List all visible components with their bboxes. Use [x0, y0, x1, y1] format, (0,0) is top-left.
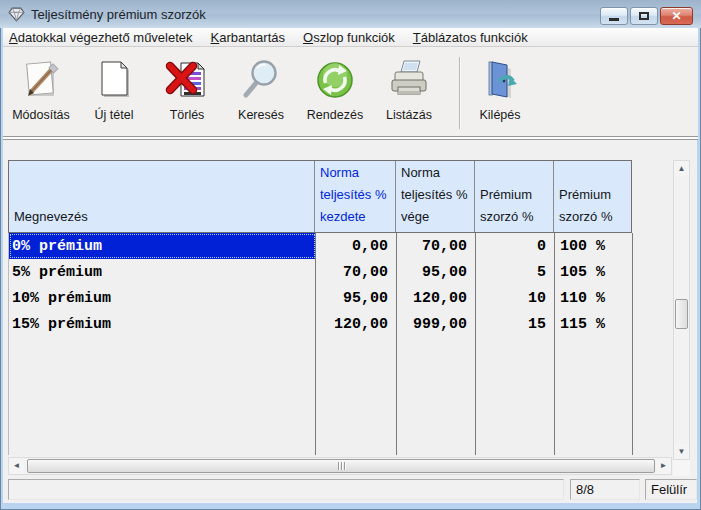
column-header-norma-kezdete[interactable]: Norma teljesítés % kezdete — [315, 161, 396, 232]
exit-button-label: Kilépés — [480, 108, 521, 122]
menubar: Adatokkal végezhető műveletek Karbantart… — [3, 28, 698, 47]
toolbar-separator — [459, 57, 461, 129]
vertical-scrollbar[interactable]: ▲ ▼ — [673, 160, 690, 460]
cell-multiplier-pct[interactable]: 10 — [476, 285, 555, 311]
vertical-scroll-thumb[interactable] — [675, 299, 688, 329]
minimize-button[interactable] — [600, 7, 628, 25]
app-window: Teljesítmény prémium szorzók ✕ Adatokkal… — [0, 0, 701, 510]
table-row[interactable]: 10% prémium 95,00 120,00 10 110 % — [9, 285, 633, 311]
menu-item-tablazatos-funkciok[interactable]: Táblázatos funkciók — [404, 28, 537, 47]
cell-name[interactable]: 15% prémium — [9, 311, 316, 337]
modify-button[interactable]: Módosítás — [8, 55, 74, 131]
cell-end[interactable]: 95,00 — [397, 259, 476, 285]
printer-icon — [386, 57, 432, 103]
delete-button-label: Törlés — [170, 108, 205, 122]
close-icon: ✕ — [671, 10, 681, 22]
close-button[interactable]: ✕ — [660, 7, 693, 25]
search-button[interactable]: Keresés — [228, 55, 294, 131]
menu-item-karbantartas[interactable]: Karbantartás — [202, 28, 294, 47]
sort-refresh-icon — [312, 57, 358, 103]
delete-icon — [164, 57, 210, 103]
window-controls: ✕ — [600, 7, 693, 25]
new-item-icon — [91, 57, 137, 103]
maximize-button[interactable] — [630, 7, 658, 25]
cell-start[interactable]: 0,00 — [316, 233, 397, 259]
scroll-left-icon[interactable]: ◄ — [9, 458, 24, 474]
titlebar: Teljesítmény prémium szorzók ✕ — [0, 0, 701, 28]
table-row[interactable]: 5% prémium 70,00 95,00 5 105 % — [9, 259, 633, 285]
cell-end[interactable]: 999,00 — [397, 311, 476, 337]
menu-item-adatokkal[interactable]: Adatokkal végezhető műveletek — [3, 28, 202, 47]
status-message-panel — [8, 479, 564, 500]
cell-multiplier-pct[interactable]: 0 — [476, 233, 555, 259]
cell-start[interactable]: 120,00 — [316, 311, 397, 337]
cell-end[interactable]: 70,00 — [397, 233, 476, 259]
edit-icon — [18, 57, 64, 103]
column-header-premium-szorzo[interactable]: Prémium szorzó % — [554, 161, 631, 232]
minimize-icon — [609, 18, 619, 21]
menu-item-oszlop-funkciok[interactable]: Oszlop funkciók — [294, 28, 404, 47]
exit-button[interactable]: Kilépés — [467, 55, 533, 131]
sort-button-label: Rendezés — [307, 108, 363, 122]
sort-button[interactable]: Rendezés — [302, 55, 368, 131]
cell-end[interactable]: 120,00 — [397, 285, 476, 311]
window-title: Teljesítmény prémium szorzók — [31, 7, 206, 22]
new-item-button[interactable]: Új tétel — [81, 55, 147, 131]
input-mode-panel: Felülír — [645, 479, 697, 500]
table-row[interactable]: 15% prémium 120,00 999,00 15 115 % — [9, 311, 633, 337]
search-icon — [238, 57, 284, 103]
print-button-label: Listázás — [386, 108, 432, 122]
new-item-button-label: Új tétel — [95, 108, 134, 122]
cell-multiplier[interactable]: 105 % — [555, 259, 633, 285]
app-gem-icon — [8, 6, 25, 23]
exit-door-icon — [477, 57, 523, 103]
cell-name[interactable]: 10% prémium — [9, 285, 316, 311]
cell-multiplier-pct[interactable]: 15 — [476, 311, 555, 337]
cell-multiplier[interactable]: 100 % — [555, 233, 633, 259]
horizontal-scrollbar[interactable]: ◄ ► — [8, 457, 672, 475]
statusbar: 8/8 Felülír — [0, 479, 701, 500]
cell-name[interactable]: 5% prémium — [9, 259, 316, 285]
column-header-premium-szorzo-pct[interactable]: Prémium szorzó % — [475, 161, 554, 232]
column-header-megnevezes[interactable]: Megnevezés — [9, 161, 315, 232]
table-header: Megnevezés Norma teljesítés % kezdete No… — [8, 160, 632, 233]
delete-button[interactable]: Törlés — [154, 55, 220, 131]
column-header-norma-vege[interactable]: Norma teljesítés % vége — [396, 161, 475, 232]
table-empty-grid — [8, 337, 633, 455]
scroll-right-icon[interactable]: ► — [656, 458, 671, 474]
print-button[interactable]: Listázás — [376, 55, 442, 131]
cell-start[interactable]: 70,00 — [316, 259, 397, 285]
cell-multiplier[interactable]: 115 % — [555, 311, 633, 337]
search-button-label: Keresés — [238, 108, 284, 122]
horizontal-scroll-thumb[interactable] — [27, 459, 655, 473]
cell-start[interactable]: 95,00 — [316, 285, 397, 311]
cell-multiplier[interactable]: 110 % — [555, 285, 633, 311]
scroll-down-icon[interactable]: ▼ — [674, 444, 689, 459]
cell-multiplier-pct[interactable]: 5 — [476, 259, 555, 285]
table-body: 0% prémium 0,00 70,00 0 100 % 5% prémium… — [8, 233, 633, 337]
modify-button-label: Módosítás — [12, 108, 70, 122]
scroll-up-icon[interactable]: ▲ — [674, 161, 689, 176]
cell-name-selected[interactable]: 0% prémium — [9, 233, 316, 259]
record-position-panel: 8/8 — [570, 479, 640, 500]
maximize-icon — [639, 12, 649, 20]
table-row[interactable]: 0% prémium 0,00 70,00 0 100 % — [9, 233, 633, 259]
toolbar: Módosítás Új tétel Törlés — [3, 47, 698, 136]
scrollbar-corner — [673, 460, 690, 476]
